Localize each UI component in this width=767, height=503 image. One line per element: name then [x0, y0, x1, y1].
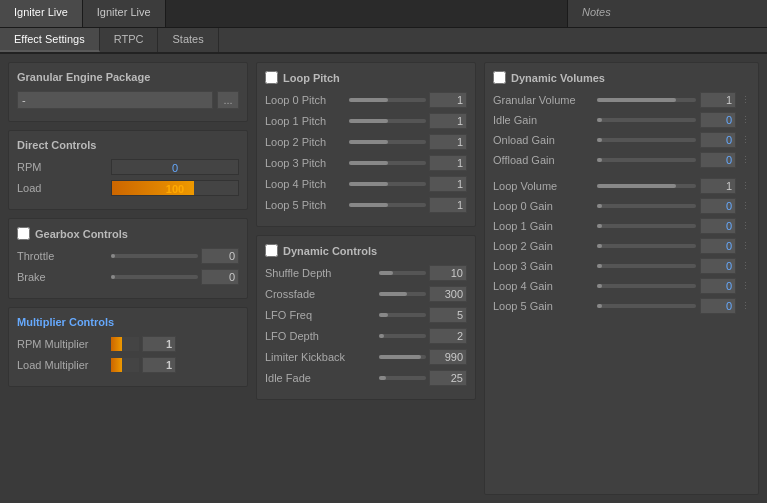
vol-slider-offloadGain[interactable]	[597, 158, 696, 162]
loop-pitch-track-5[interactable]	[349, 203, 426, 207]
dynamic-controls-checkbox[interactable]	[265, 244, 278, 257]
vol-input-loop3Gain[interactable]	[700, 258, 736, 274]
mid-column: Loop Pitch Loop 0 Pitch Loop 1 Pitch Loo…	[256, 62, 476, 495]
loop-pitch-input-5[interactable]	[429, 197, 467, 213]
tab-rtpc[interactable]: RTPC	[100, 28, 159, 52]
rpm-mult-bar[interactable]	[111, 337, 139, 351]
load-mult-input[interactable]	[142, 357, 176, 373]
brake-input[interactable]	[201, 269, 239, 285]
crossfade-row: Crossfade	[265, 286, 467, 302]
vol-input-onloadGain[interactable]	[700, 132, 736, 148]
loop-pitch-input-0[interactable]	[429, 92, 467, 108]
idle-fade-row: Idle Fade	[265, 370, 467, 386]
vol-slider-loop0Gain[interactable]	[597, 204, 696, 208]
loop-pitch-track-1[interactable]	[349, 119, 426, 123]
loop-pitch-input-2[interactable]	[429, 134, 467, 150]
vol-input-loop2Gain[interactable]	[700, 238, 736, 254]
vol-label-loopVolume: Loop Volume	[493, 180, 593, 192]
tab-bar: Effect Settings RTPC States	[0, 28, 767, 54]
tab-states[interactable]: States	[158, 28, 218, 52]
vol-input-loop1Gain[interactable]	[700, 218, 736, 234]
lfo-freq-label: LFO Freq	[265, 309, 375, 321]
loop-pitch-slider-1	[349, 113, 467, 129]
vol-label-granularVolume: Granular Volume	[493, 94, 593, 106]
vol-row-loop4Gain: Loop 4 Gain ⋮	[493, 278, 750, 294]
vol-slider-loop5Gain[interactable]	[597, 304, 696, 308]
limiter-kickback-input[interactable]	[429, 349, 467, 365]
loop-pitch-input-4[interactable]	[429, 176, 467, 192]
throttle-track[interactable]	[111, 254, 198, 258]
brake-row: Brake	[17, 269, 239, 285]
loop-pitch-row-5: Loop 5 Pitch	[265, 197, 467, 213]
limiter-kickback-track[interactable]	[379, 355, 426, 359]
loop-pitch-input-3[interactable]	[429, 155, 467, 171]
dynamic-volumes-checkbox[interactable]	[493, 71, 506, 84]
title-bar: Igniter Live Igniter Live Notes	[0, 0, 767, 28]
vol-slider-loop2Gain[interactable]	[597, 244, 696, 248]
vol-input-loop0Gain[interactable]	[700, 198, 736, 214]
crossfade-track[interactable]	[379, 292, 426, 296]
limiter-kickback-row: Limiter Kickback	[265, 349, 467, 365]
vol-input-idleGain[interactable]	[700, 112, 736, 128]
loop-pitch-label-0: Loop 0 Pitch	[265, 94, 345, 106]
tab-effect-settings[interactable]: Effect Settings	[0, 28, 100, 52]
loop-pitch-row-3: Loop 3 Pitch	[265, 155, 467, 171]
crossfade-input[interactable]	[429, 286, 467, 302]
loop-pitch-label-2: Loop 2 Pitch	[265, 136, 345, 148]
load-bar[interactable]: 100	[111, 180, 239, 196]
vol-dot-loop1Gain: ⋮	[740, 221, 750, 231]
throttle-input[interactable]	[201, 248, 239, 264]
gearbox-checkbox[interactable]	[17, 227, 30, 240]
granular-engine-title: Granular Engine Package	[17, 71, 239, 83]
idle-fade-input[interactable]	[429, 370, 467, 386]
vol-input-offloadGain[interactable]	[700, 152, 736, 168]
vol-row-idleGain: Idle Gain ⋮	[493, 112, 750, 128]
loop-pitch-track-2[interactable]	[349, 140, 426, 144]
vol-dot-onloadGain: ⋮	[740, 135, 750, 145]
vol-dot-loop3Gain: ⋮	[740, 261, 750, 271]
lfo-depth-track[interactable]	[379, 334, 426, 338]
idle-fade-track[interactable]	[379, 376, 426, 380]
vol-row-loopVolume: Loop Volume ⋮	[493, 178, 750, 194]
loop-pitch-checkbox[interactable]	[265, 71, 278, 84]
package-browse-button[interactable]: ...	[217, 91, 239, 109]
shuffle-depth-track[interactable]	[379, 271, 426, 275]
title-tab-1[interactable]: Igniter Live	[0, 0, 83, 27]
rpm-mult-input[interactable]	[142, 336, 176, 352]
dynamic-volumes-section: Dynamic Volumes Granular Volume ⋮ Idle G…	[484, 62, 759, 495]
loop-pitch-slider-3	[349, 155, 467, 171]
vol-slider-loop4Gain[interactable]	[597, 284, 696, 288]
lfo-freq-track[interactable]	[379, 313, 426, 317]
loop-pitch-track-3[interactable]	[349, 161, 426, 165]
vol-slider-onloadGain[interactable]	[597, 138, 696, 142]
dynamic-volumes-title: Dynamic Volumes	[511, 72, 605, 84]
package-input[interactable]	[17, 91, 213, 109]
load-mult-bar[interactable]	[111, 358, 139, 372]
vol-slider-loopVolume[interactable]	[597, 184, 696, 188]
vol-input-loop4Gain[interactable]	[700, 278, 736, 294]
vol-label-idleGain: Idle Gain	[493, 114, 593, 126]
lfo-depth-label: LFO Depth	[265, 330, 375, 342]
vol-label-loop0Gain: Loop 0 Gain	[493, 200, 593, 212]
vol-slider-granularVolume[interactable]	[597, 98, 696, 102]
throttle-label: Throttle	[17, 250, 107, 262]
brake-track[interactable]	[111, 275, 198, 279]
vol-input-loop5Gain[interactable]	[700, 298, 736, 314]
title-tab-2[interactable]: Igniter Live	[83, 0, 166, 27]
vol-input-granularVolume[interactable]	[700, 92, 736, 108]
loop-pitch-slider-4	[349, 176, 467, 192]
vol-slider-idleGain[interactable]	[597, 118, 696, 122]
vol-slider-loop3Gain[interactable]	[597, 264, 696, 268]
shuffle-depth-input[interactable]	[429, 265, 467, 281]
vol-input-loopVolume[interactable]	[700, 178, 736, 194]
rpm-bar[interactable]: 0	[111, 159, 239, 175]
loop-pitch-track-4[interactable]	[349, 182, 426, 186]
vol-slider-loop1Gain[interactable]	[597, 224, 696, 228]
direct-controls-title: Direct Controls	[17, 139, 239, 151]
lfo-depth-input[interactable]	[429, 328, 467, 344]
rpm-mult-label: RPM Multiplier	[17, 338, 107, 350]
vol-dot-offloadGain: ⋮	[740, 155, 750, 165]
loop-pitch-track-0[interactable]	[349, 98, 426, 102]
loop-pitch-input-1[interactable]	[429, 113, 467, 129]
lfo-freq-input[interactable]	[429, 307, 467, 323]
